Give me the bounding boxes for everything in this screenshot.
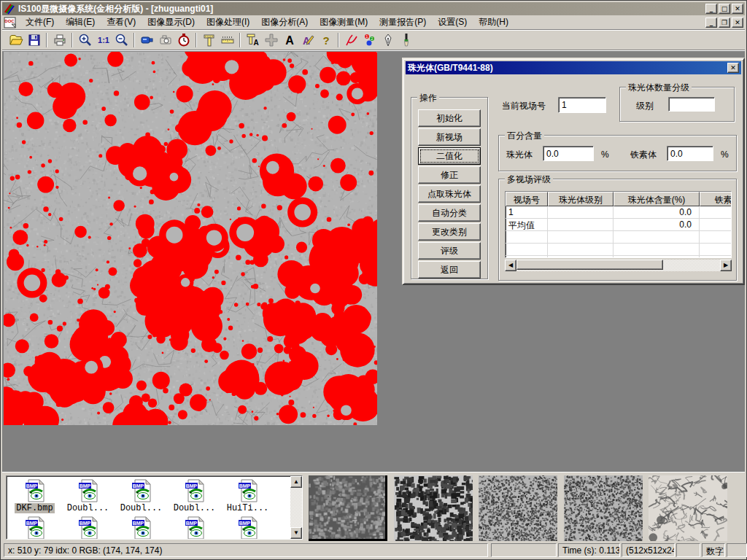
count-tool-icon[interactable]: 12 — [360, 31, 379, 49]
operation-button-2[interactable]: 二值化 — [418, 147, 481, 165]
scroll-left-icon[interactable]: ◀ — [505, 260, 516, 271]
table-hscrollbar[interactable]: ◀ ▶ — [505, 260, 732, 271]
empty-pane — [727, 543, 747, 557]
mdi-close-button[interactable]: ✕ — [732, 18, 743, 28]
scroll-thumb[interactable] — [516, 260, 663, 270]
column-header[interactable]: 视场号 — [506, 192, 548, 206]
specimen-thumb-3[interactable] — [479, 475, 557, 541]
file-item-5[interactable]: BMP — [8, 516, 61, 540]
specimen-thumb-2[interactable] — [394, 475, 473, 541]
maximize-button[interactable]: □ — [719, 4, 730, 14]
operation-button-7[interactable]: 评级 — [418, 242, 481, 260]
document-icon[interactable]: DOC — [4, 17, 17, 28]
ruler-icon[interactable] — [218, 31, 236, 49]
current-field-input[interactable]: 1 — [558, 97, 606, 113]
close-button[interactable]: ✕ — [732, 4, 743, 14]
table-row[interactable] — [506, 256, 731, 258]
mdi-minimize-button[interactable]: _ — [705, 18, 717, 28]
menu-item-0[interactable]: 文件(F) — [20, 15, 60, 30]
svg-text:BMP: BMP — [185, 521, 197, 526]
svg-text:BMP: BMP — [26, 483, 37, 489]
move-tool-icon[interactable] — [262, 31, 280, 49]
zoom-out-icon[interactable] — [112, 31, 131, 49]
operation-button-5[interactable]: 自动分类 — [418, 204, 481, 222]
text-tool-icon[interactable]: A — [280, 31, 298, 49]
file-item-2[interactable]: BMPDoubl... — [115, 479, 168, 513]
file-grid: BMPDKF.bmpBMPDoubl...BMPDoubl...BMPDoubl… — [8, 478, 278, 540]
column-header[interactable]: 珠光体级别 — [548, 192, 614, 206]
specimen-thumb-1[interactable] — [309, 475, 387, 541]
menu-item-7[interactable]: 测量报告(P) — [374, 15, 432, 30]
file-item-1[interactable]: BMPDoubl... — [61, 479, 115, 513]
file-item-3[interactable]: BMPDoubl... — [168, 479, 221, 513]
file-vscrollbar[interactable]: ▲ ▼ — [290, 476, 302, 539]
menu-item-5[interactable]: 图像分析(A) — [255, 15, 314, 30]
menu-item-4[interactable]: 图像处理(I) — [201, 15, 255, 30]
operation-button-6[interactable]: 更改类别 — [418, 223, 481, 241]
help-icon[interactable]: ? — [317, 31, 335, 49]
table-cell — [548, 206, 614, 219]
file-item-0[interactable]: BMPDKF.bmp — [8, 479, 61, 513]
pen-tool-icon[interactable] — [379, 31, 397, 49]
file-item-4[interactable]: BMPHuiTi... — [221, 479, 274, 513]
caliper-icon[interactable] — [200, 31, 218, 49]
scroll-down-icon[interactable]: ▼ — [290, 527, 302, 539]
ferrite-label: 铁素体 — [630, 149, 657, 161]
specimen-thumb-4[interactable] — [564, 475, 643, 541]
metallograph-image[interactable] — [4, 52, 377, 425]
file-item-9[interactable]: BMP — [221, 516, 274, 540]
print-icon[interactable] — [50, 31, 69, 49]
menu-item-6[interactable]: 图像测量(M) — [314, 15, 374, 30]
curve-tool-icon[interactable] — [342, 31, 360, 49]
file-browser[interactable]: BMPDKF.bmpBMPDoubl...BMPDoubl...BMPDoubl… — [6, 475, 303, 540]
mdi-window-buttons: _ ❐ ✕ — [704, 18, 745, 28]
annotate-tool-icon[interactable]: A — [298, 31, 317, 49]
operation-button-8[interactable]: 返回 — [418, 261, 481, 279]
menu-item-3[interactable]: 图像显示(D) — [142, 15, 201, 30]
ferrite-input[interactable]: 0.0 — [667, 146, 713, 161]
video-camera-icon[interactable] — [138, 31, 156, 49]
menu-item-2[interactable]: 查看(V) — [101, 15, 142, 30]
zoom-in-icon[interactable] — [76, 31, 94, 49]
file-item-8[interactable]: BMP — [168, 516, 221, 540]
table-cell — [506, 244, 548, 256]
save-icon[interactable] — [25, 31, 43, 49]
column-header[interactable]: 铁素体含量(%) — [700, 192, 732, 206]
operation-button-4[interactable]: 点取珠光体 — [418, 185, 481, 203]
mdi-restore-button[interactable]: ❐ — [719, 18, 730, 28]
operation-button-3[interactable]: 修正 — [418, 166, 481, 184]
file-item-6[interactable]: BMP — [61, 516, 115, 540]
table-header-row: 视场号珠光体级别珠光体含量(%)铁素体含量(%) — [506, 192, 731, 206]
window-title: IS100显微摄像系统(金相分析版) - [zhuguangti01] — [18, 3, 704, 15]
menu-item-1[interactable]: 编辑(E) — [60, 15, 101, 30]
table-row[interactable]: 10.0 — [506, 206, 731, 219]
file-item-7[interactable]: BMP — [115, 516, 168, 540]
operation-button-1[interactable]: 新视场 — [418, 128, 481, 146]
time-pane: Time (s): 0.113 — [558, 543, 620, 557]
level-input[interactable] — [668, 97, 715, 112]
dialog-close-icon[interactable]: ✕ — [727, 63, 739, 73]
table-cell: 0.0 — [614, 219, 700, 231]
brush-tool-icon[interactable] — [397, 31, 415, 49]
table-row[interactable]: 平均值0.0 — [506, 219, 731, 231]
menu-item-9[interactable]: 帮助(H) — [473, 15, 514, 30]
open-icon[interactable] — [7, 31, 25, 49]
camera-icon[interactable] — [156, 31, 174, 49]
workspace: 珠光体(GB/T9441-88) ✕ 操作 初始化新视场二值化修正点取珠光体自动… — [2, 51, 745, 472]
table-row[interactable] — [506, 244, 731, 256]
operation-button-0[interactable]: 初始化 — [418, 109, 481, 127]
menu-item-8[interactable]: 设置(S) — [432, 15, 473, 30]
table-row[interactable] — [506, 231, 731, 244]
scroll-up-icon[interactable]: ▲ — [290, 476, 302, 488]
timer-icon[interactable] — [174, 31, 193, 49]
actual-size-icon[interactable]: 1:1 — [94, 31, 112, 49]
minimize-button[interactable]: _ — [705, 4, 717, 14]
column-header[interactable]: 珠光体含量(%) — [614, 192, 700, 206]
measure-text-icon[interactable]: A — [244, 31, 262, 49]
bmp-file-icon: BMP — [183, 516, 206, 540]
rating-table[interactable]: 视场号珠光体级别珠光体含量(%)铁素体含量(%)10.0平均值0.0 — [505, 191, 732, 258]
scroll-track[interactable] — [516, 260, 720, 271]
scroll-right-icon[interactable]: ▶ — [720, 260, 732, 271]
pearlite-input[interactable]: 0.0 — [543, 146, 594, 161]
specimen-thumb-5[interactable] — [649, 475, 727, 541]
